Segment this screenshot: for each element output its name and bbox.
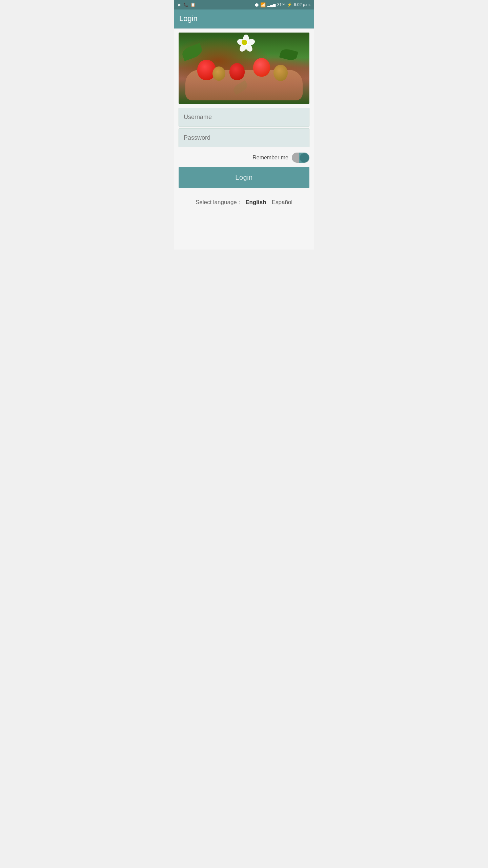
username-field[interactable] — [179, 108, 309, 126]
bluetooth-icon: ⬢ — [255, 2, 259, 7]
remember-me-row: Remember me — [179, 153, 309, 163]
hero-image — [179, 33, 309, 104]
page-title: Login — [179, 14, 309, 23]
phone-icon: 📞 — [183, 2, 188, 7]
time-display: 6:02 p.m. — [294, 2, 311, 7]
battery-icon: ⚡ — [287, 2, 292, 7]
remember-me-toggle[interactable] — [292, 153, 309, 163]
remember-me-label: Remember me — [252, 155, 288, 161]
battery-percentage: 31% — [277, 2, 285, 7]
signal-icon: ▂▄▆ — [267, 3, 276, 7]
status-bar: ➤ 📞 📋 ⬢ 📶 ▂▄▆ 31% ⚡ 6:02 p.m. — [174, 0, 314, 9]
send-icon: ➤ — [177, 2, 181, 7]
toggle-knob — [300, 153, 309, 162]
language-selector-label: Select language : — [196, 199, 240, 206]
language-option-espanol[interactable]: Español — [272, 199, 292, 206]
status-bar-left: ➤ 📞 📋 — [177, 2, 196, 7]
language-option-english[interactable]: English — [245, 199, 266, 206]
app-bar: Login — [174, 9, 314, 28]
main-content: Remember me Login Select language : Engl… — [174, 28, 314, 250]
wifi-icon: 📶 — [260, 2, 266, 7]
language-selector: Select language : English Español — [179, 199, 309, 206]
clipboard-icon: 📋 — [190, 2, 196, 7]
login-button[interactable]: Login — [179, 167, 309, 188]
password-field[interactable] — [179, 129, 309, 147]
status-bar-right: ⬢ 📶 ▂▄▆ 31% ⚡ 6:02 p.m. — [255, 2, 311, 7]
